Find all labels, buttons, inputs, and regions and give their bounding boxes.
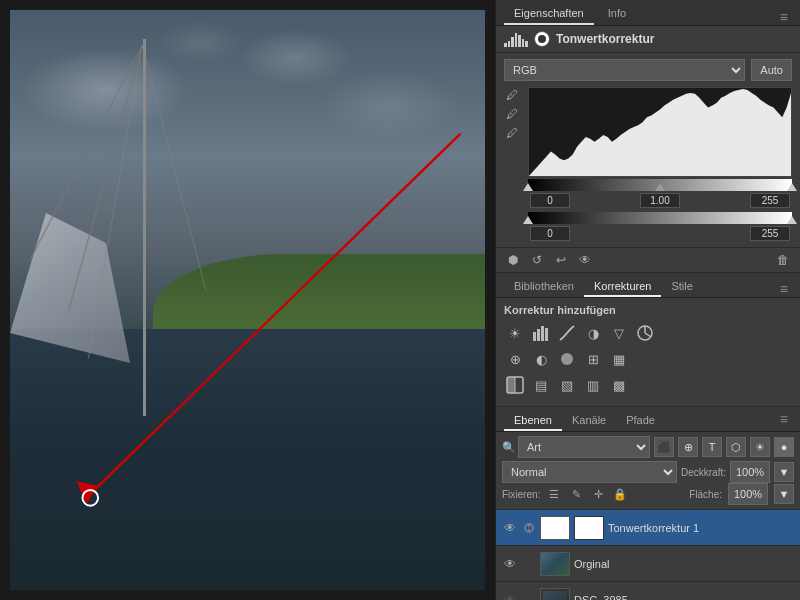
layer-name-tonwert: Tonwertkorrektur 1 [608,522,794,534]
tab-eigenschaften[interactable]: Eigenschaften [504,3,594,25]
right-panel: Eigenschaften Info ≡ Tonwertkorrektur [495,0,800,600]
correction-icons-row3: ▤ ▧ ▥ ▩ [504,374,792,396]
layer-link-btn[interactable]: ⊕ [678,437,698,457]
invert-icon[interactable] [504,374,526,396]
black-input[interactable] [530,193,570,208]
layer-thumb-dsc [540,588,570,601]
layer-item-orginal[interactable]: 👁 Orginal [496,546,800,582]
opacity-menu-btn[interactable]: ▼ [774,462,794,482]
channel-select[interactable]: RGB Rot Grün Blau [504,59,745,81]
eyedropper-tools: 🖊 🖊 🖊 [504,87,520,141]
refresh-button[interactable]: ↺ [528,251,546,269]
black-point-slider[interactable] [523,183,533,191]
layer-filter-toggle[interactable]: ● [774,437,794,457]
black-white-icon[interactable]: ◐ [530,348,552,370]
white-point-slider[interactable] [787,183,797,191]
svg-rect-8 [533,332,536,341]
color-balance-icon[interactable]: ⊕ [504,348,526,370]
trash-button[interactable]: 🗑 [774,251,792,269]
tab-bibliotheken[interactable]: Bibliotheken [504,277,584,297]
eyedropper-black-point[interactable]: 🖊 [504,87,520,103]
eye-button[interactable]: 👁 [576,251,594,269]
fix-pixel-icon[interactable]: ✎ [568,486,584,502]
ebenen-tabs-bar: Ebenen Kanäle Pfade ≡ [496,407,800,432]
vibrance-icon[interactable]: ▽ [608,322,630,344]
layer-shape-btn[interactable]: ⬡ [726,437,746,457]
section-panel-menu[interactable]: ≡ [776,281,792,297]
layer-adjustment-btn[interactable]: ☀ [750,437,770,457]
layer-new-fill-btn[interactable]: ⬛ [654,437,674,457]
thumb-white [541,517,569,539]
svg-point-13 [561,353,573,365]
levels-corr-icon[interactable] [530,322,552,344]
eyedropper-white-point[interactable]: 🖊 [504,125,520,141]
svg-rect-9 [537,329,540,341]
threshold-icon[interactable]: ▧ [556,374,578,396]
undo-button[interactable]: ↩ [552,251,570,269]
blend-mode-select[interactable]: Normal Auflösen Abdunkeln [502,461,677,483]
layer-visibility-orginal[interactable]: 👁 [502,556,518,572]
exposure-icon[interactable]: ◑ [582,322,604,344]
output-black-slider[interactable] [523,216,533,224]
brightness-contrast-icon[interactable]: ☀ [504,322,526,344]
output-black-input[interactable] [530,226,570,241]
layer-name-orginal: Orginal [574,558,794,570]
layer-list: 👁 Tonwertkorrektur 1 👁 Orgi [496,510,800,600]
mast-pole [143,39,146,416]
output-white-input[interactable] [750,226,790,241]
fix-move-icon[interactable]: ✛ [590,486,606,502]
korrektur-section: Korrektur hinzufügen ☀ ◑ ▽ ⊕ ◐ [496,298,800,407]
midpoint-slider[interactable] [655,183,665,191]
thumb-dark [541,589,569,601]
tab-ebenen[interactable]: Ebenen [504,411,562,431]
tab-kanaele[interactable]: Kanäle [562,411,616,431]
output-values-row [528,226,792,241]
gamma-input[interactable] [640,193,680,208]
levels-histogram-icon [504,31,528,47]
channel-mixer-icon[interactable]: ⊞ [582,348,604,370]
color-lookup-icon[interactable]: ▦ [608,348,630,370]
layer-type-select[interactable]: Art Name Effekt [518,436,650,458]
tab-info[interactable]: Info [598,3,636,25]
photo-filter-icon[interactable] [556,348,578,370]
opacity-input[interactable] [730,461,770,483]
ebenen-panel-menu[interactable]: ≡ [776,411,792,431]
layer-visibility-dsc[interactable]: 👁 [502,592,518,601]
tab-pfade[interactable]: Pfade [616,411,665,431]
eyedropper-midpoint[interactable]: 🖊 [504,106,520,122]
section-tabs-bar: Bibliotheken Korrekturen Stile ≡ [496,273,800,298]
properties-header: Tonwertkorrektur [496,26,800,53]
layer-visibility-tonwert[interactable]: 👁 [502,520,518,536]
properties-title: Tonwertkorrektur [556,32,654,46]
auto-button[interactable]: Auto [751,59,792,81]
output-white-slider[interactable] [787,216,797,224]
layer-item-tonwert[interactable]: 👁 Tonwertkorrektur 1 [496,510,800,546]
hue-sat-icon[interactable] [634,322,656,344]
water-area [10,329,485,590]
svg-rect-11 [545,328,548,341]
fix-position-icon[interactable]: ☰ [546,486,562,502]
canvas-area [0,0,495,600]
layer-link-orginal [522,557,536,571]
panel-menu-button[interactable]: ≡ [776,9,792,25]
layer-text-btn[interactable]: T [702,437,722,457]
layer-item-dsc[interactable]: 👁 DSC_3985 [496,582,800,600]
white-input[interactable] [750,193,790,208]
tab-stile[interactable]: Stile [661,277,702,297]
properties-toolbar: ⬢ ↺ ↩ 👁 🗑 [496,247,800,273]
layer-mask-thumb [574,516,604,540]
gradient-map-icon[interactable]: ▥ [582,374,604,396]
blend-mode-row: Normal Auflösen Abdunkeln Deckkraft: ▼ [502,461,794,483]
curves-icon[interactable] [556,322,578,344]
flaeche-input[interactable] [728,483,768,505]
clip-to-layer-button[interactable]: ⬢ [504,251,522,269]
fix-lock-icon[interactable]: 🔒 [612,486,628,502]
layer-thumb-tonwert [540,516,570,540]
selective-color-icon[interactable]: ▩ [608,374,630,396]
layer-name-dsc: DSC_3985 [574,594,794,601]
tab-korrekturen[interactable]: Korrekturen [584,277,661,297]
svg-rect-15 [507,377,515,393]
posterize-icon[interactable]: ▤ [530,374,552,396]
histogram-section: RGB Rot Grün Blau Auto 🖊 🖊 🖊 [496,53,800,247]
flaeche-menu-btn[interactable]: ▼ [774,484,794,504]
